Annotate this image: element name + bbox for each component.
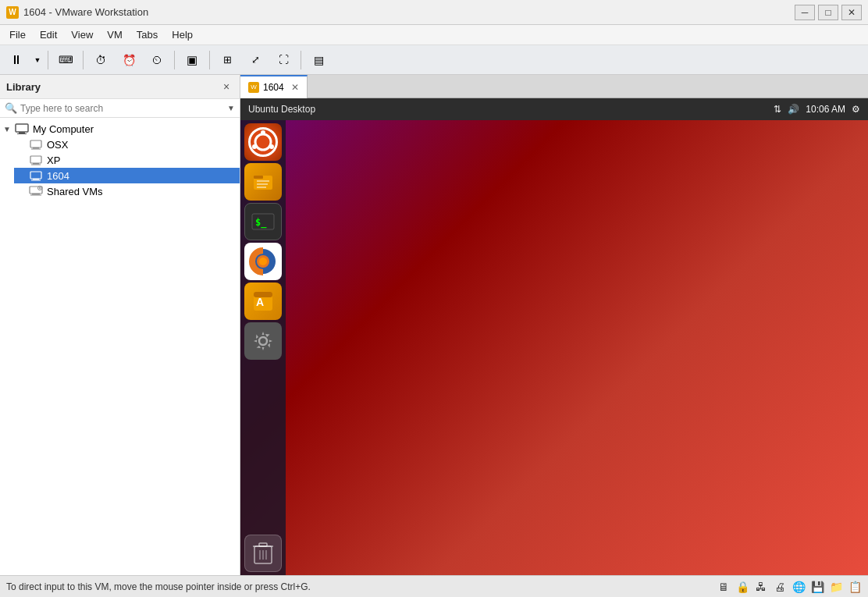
1604-label: 1604 bbox=[47, 170, 69, 182]
computer-icon bbox=[14, 123, 30, 135]
toolbar: ⏸ ▼ ⌨ ⏱ ⏰ ⏲ ▣ ⊞ ⤢ ⛶ ▤ bbox=[0, 45, 868, 75]
fit-window-button[interactable]: ⤢ bbox=[242, 48, 269, 72]
search-input[interactable] bbox=[20, 103, 227, 114]
xp-label: XP bbox=[47, 155, 60, 166]
pause-dropdown[interactable]: ▼ bbox=[31, 48, 44, 72]
tab-close-button[interactable]: ✕ bbox=[291, 82, 299, 93]
menu-help[interactable]: Help bbox=[165, 27, 199, 42]
toolbar-separator-5 bbox=[301, 51, 301, 69]
fit-guest-button[interactable]: ⊞ bbox=[214, 48, 240, 72]
svg-rect-1 bbox=[19, 132, 25, 133]
svg-point-20 bbox=[269, 144, 274, 149]
title-bar-left: W 1604 - VMware Workstation bbox=[6, 6, 148, 19]
snapshot-button[interactable]: ⏱ bbox=[87, 48, 114, 72]
svg-point-35 bbox=[259, 337, 267, 345]
status-bar: To direct input to this VM, move the mou… bbox=[0, 575, 868, 597]
svg-rect-10 bbox=[33, 179, 39, 180]
internet-icon[interactable]: 🌐 bbox=[792, 580, 806, 594]
pause-button[interactable]: ⏸ bbox=[3, 48, 30, 72]
clock: 10:06 AM bbox=[806, 104, 845, 115]
sidebar-close-button[interactable]: × bbox=[219, 80, 233, 94]
tree-item-1604[interactable]: 1604 bbox=[14, 168, 240, 183]
sidebar-header: Library × bbox=[0, 75, 240, 99]
tab-label: 1604 bbox=[263, 82, 284, 93]
svg-text:$_: $_ bbox=[255, 217, 267, 229]
sort-icon: ⇅ bbox=[774, 104, 781, 115]
tree-item-osx[interactable]: OSX bbox=[14, 137, 240, 152]
ubuntu-launcher: $_ bbox=[240, 120, 286, 575]
toolbar-separator-4 bbox=[209, 51, 210, 69]
main-area: Library × 🔍 ▼ ▼ My Computer bbox=[0, 75, 868, 575]
svg-rect-14 bbox=[30, 195, 41, 196]
ubuntu-desktop-title: Ubuntu Desktop bbox=[248, 104, 315, 115]
ubuntu-launcher-icon[interactable] bbox=[244, 123, 282, 161]
tree-item-my-computer[interactable]: ▼ My Computer bbox=[0, 121, 240, 137]
firefox-launcher-icon[interactable] bbox=[244, 243, 282, 280]
svg-point-31 bbox=[259, 258, 267, 265]
minimize-button[interactable]: ─ bbox=[795, 5, 815, 20]
network-icon[interactable]: 🖧 bbox=[754, 580, 768, 594]
vm-display[interactable]: Ubuntu Desktop ⇅ 🔊 10:06 AM ⚙ bbox=[240, 98, 868, 575]
svg-rect-25 bbox=[257, 183, 268, 185]
usb-icon[interactable]: 💾 bbox=[810, 580, 824, 594]
snapshot-manager-button[interactable]: ⏲ bbox=[144, 48, 170, 72]
unity-button[interactable]: ▣ bbox=[179, 48, 205, 72]
ubuntu-desktop[interactable]: $_ bbox=[240, 120, 868, 575]
menu-view[interactable]: View bbox=[65, 27, 99, 42]
vm-icon-1604 bbox=[28, 169, 44, 182]
full-screen-button[interactable]: ⛶ bbox=[270, 48, 297, 72]
sidebar: Library × 🔍 ▼ ▼ My Computer bbox=[0, 75, 240, 575]
svg-rect-24 bbox=[257, 180, 269, 182]
menu-file[interactable]: File bbox=[3, 27, 32, 42]
svg-rect-13 bbox=[32, 194, 40, 195]
lock-icon[interactable]: 🔒 bbox=[735, 580, 749, 594]
files-launcher-icon[interactable] bbox=[244, 163, 282, 201]
tab-bar: W 1604 ✕ bbox=[240, 75, 868, 98]
svg-rect-26 bbox=[257, 187, 266, 188]
status-icons: 🖥 🔒 🖧 🖨 🌐 💾 📁 📋 bbox=[717, 580, 862, 594]
svg-point-16 bbox=[39, 187, 41, 189]
folder-icon[interactable]: 📁 bbox=[829, 580, 843, 594]
tree-item-xp[interactable]: XP bbox=[14, 152, 240, 168]
revert-button[interactable]: ⏰ bbox=[116, 48, 142, 72]
printer-icon[interactable]: 🖨 bbox=[773, 580, 787, 594]
menu-edit[interactable]: Edit bbox=[34, 27, 63, 42]
svg-rect-4 bbox=[33, 147, 39, 149]
title-bar: W 1604 - VMware Workstation ─ □ ✕ bbox=[0, 0, 868, 25]
volume-icon: 🔊 bbox=[788, 104, 799, 115]
svg-rect-34 bbox=[254, 292, 272, 297]
svg-rect-11 bbox=[31, 179, 41, 180]
svg-point-21 bbox=[252, 144, 257, 149]
maximize-button[interactable]: □ bbox=[818, 5, 838, 20]
software-center-launcher-icon[interactable]: A bbox=[244, 283, 282, 320]
svg-rect-23 bbox=[254, 176, 263, 179]
menu-tabs[interactable]: Tabs bbox=[130, 27, 164, 42]
display-icon[interactable]: 🖥 bbox=[717, 580, 731, 594]
close-button[interactable]: ✕ bbox=[841, 5, 862, 20]
my-computer-children: OSX XP 1604 bbox=[0, 137, 240, 199]
preferences-button[interactable]: ▤ bbox=[305, 48, 332, 72]
search-dropdown-arrow[interactable]: ▼ bbox=[227, 104, 235, 112]
clipboard-icon[interactable]: 📋 bbox=[848, 580, 862, 594]
search-bar: 🔍 ▼ bbox=[0, 99, 240, 118]
send-ctrl-alt-del-button[interactable]: ⌨ bbox=[52, 48, 79, 72]
toolbar-separator-3 bbox=[174, 51, 175, 69]
tree-toggle-my-computer[interactable]: ▼ bbox=[3, 125, 14, 133]
terminal-launcher-icon[interactable]: $_ bbox=[244, 203, 282, 240]
tree-item-shared-vms[interactable]: Shared VMs bbox=[0, 183, 240, 199]
svg-rect-5 bbox=[31, 148, 41, 149]
vm-icon-osx bbox=[28, 138, 44, 151]
sidebar-title: Library bbox=[6, 81, 41, 93]
settings-icon: ⚙ bbox=[852, 104, 860, 115]
svg-point-19 bbox=[261, 130, 265, 135]
shared-vms-label: Shared VMs bbox=[47, 186, 103, 197]
svg-rect-3 bbox=[30, 140, 41, 147]
menu-vm[interactable]: VM bbox=[101, 27, 129, 42]
window-title: 1604 - VMware Workstation bbox=[23, 6, 148, 18]
settings-launcher-icon[interactable] bbox=[244, 322, 282, 360]
tab-1604[interactable]: W 1604 ✕ bbox=[240, 75, 308, 98]
svg-rect-0 bbox=[16, 124, 28, 132]
trash-launcher-icon[interactable] bbox=[244, 535, 282, 572]
svg-rect-9 bbox=[30, 172, 41, 179]
vm-area: W 1604 ✕ Ubuntu Desktop ⇅ 🔊 10:06 AM ⚙ bbox=[240, 75, 868, 575]
